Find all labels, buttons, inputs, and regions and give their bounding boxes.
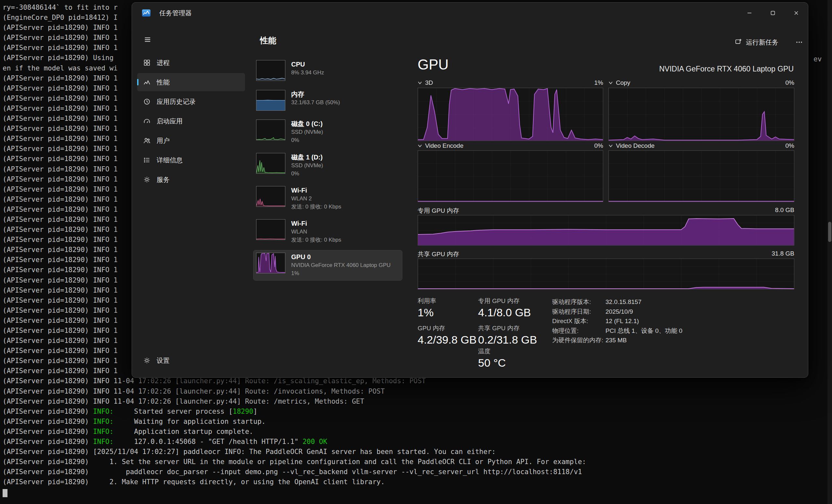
gpu-name: NVIDIA GeForce RTX 4060 Laptop GPU bbox=[659, 65, 794, 74]
perf-item-name: CPU bbox=[291, 60, 324, 68]
detail-reserved-memory: 为硬件保留的内存: 235 MB bbox=[552, 336, 794, 344]
nav-menu-button[interactable] bbox=[140, 32, 155, 47]
shared-memory-label: 共享 GPU 内存 bbox=[418, 250, 459, 258]
gpu0-sparkline bbox=[256, 253, 285, 274]
perf-item-name: Wi-Fi bbox=[291, 219, 341, 228]
processes-icon bbox=[143, 59, 151, 66]
sidebar-item-label: 启动应用 bbox=[157, 117, 183, 126]
maximize-button[interactable] bbox=[761, 3, 784, 23]
minimize-button[interactable] bbox=[738, 3, 761, 23]
close-button[interactable] bbox=[784, 3, 808, 23]
titlebar[interactable]: 任务管理器 bbox=[132, 3, 808, 23]
detail-driver-version: 驱动程序版本: 32.0.15.8157 bbox=[552, 298, 794, 306]
perf-item-sub: 0% bbox=[291, 136, 323, 144]
sidebar-item-services[interactable]: 服务 bbox=[137, 170, 245, 189]
perf-item-sub: 8% 3.94 GHz bbox=[291, 68, 324, 77]
cpu-sparkline bbox=[256, 60, 285, 81]
terminal-cursor bbox=[3, 489, 7, 497]
perf-item-sub: 发送: 0 接收: 0 Kbps bbox=[291, 236, 341, 244]
task-manager-window: 任务管理器 进程性能应用历史记录启动应用用户详细信息服务 设置 bbox=[132, 2, 808, 378]
detail-physical-location: 物理位置: PCI 总线 1、设备 0、功能 0 bbox=[552, 327, 794, 335]
perf-item-cpu[interactable]: CPU8% 3.94 GHz bbox=[254, 58, 402, 88]
stat-temperature: 温度 50 °C bbox=[478, 347, 506, 369]
perf-item-wifi[interactable]: Wi-FiWLAN发送: 0 接收: 0 Kbps bbox=[254, 217, 402, 247]
disk1-sparkline bbox=[256, 153, 285, 174]
screen: ry=-308486144` to fit into r(EngineCore_… bbox=[0, 0, 832, 504]
perf-item-sub: WLAN bbox=[291, 228, 341, 236]
stat-utilization: 利用率 1% bbox=[418, 297, 436, 319]
more-options-button[interactable] bbox=[791, 35, 807, 49]
detail-directx-version: DirectX 版本: 12 (FL 12.1) bbox=[552, 317, 794, 325]
perf-item-sub: 32.1/63.7 GB (50%) bbox=[291, 99, 340, 107]
chart-value-video-encode: 0% bbox=[594, 142, 603, 149]
history-icon bbox=[143, 98, 151, 106]
sidebar-item-performance[interactable]: 性能 bbox=[137, 73, 245, 91]
chevron-down-icon[interactable] bbox=[418, 144, 422, 147]
users-icon bbox=[143, 137, 151, 144]
perf-item-name: 内存 bbox=[291, 90, 340, 99]
chart-value-3d: 1% bbox=[594, 79, 603, 86]
gpu-video-encode-chart bbox=[418, 150, 603, 202]
chevron-down-icon[interactable] bbox=[608, 144, 613, 147]
perf-item-sub: WLAN 2 bbox=[291, 195, 341, 203]
gpu-3d-chart bbox=[418, 88, 603, 141]
task-manager-icon bbox=[142, 8, 151, 18]
chart-label-3d: 3D bbox=[425, 79, 433, 86]
dedicated-gpu-memory-chart bbox=[418, 215, 794, 246]
terminal-fragment: ev bbox=[813, 55, 822, 63]
chart-value-video-decode: 0% bbox=[785, 142, 794, 149]
chart-value-copy: 0% bbox=[785, 79, 794, 86]
terminal-scrollbar[interactable] bbox=[828, 0, 832, 504]
gpu-video-decode-chart bbox=[608, 150, 794, 202]
shared-memory-max: 31.8 GB bbox=[772, 250, 794, 258]
sidebar-item-label: 用户 bbox=[157, 136, 170, 145]
perf-item-sub: SSD (NVMe) bbox=[291, 161, 323, 169]
sidebar-item-startup-apps[interactable]: 启动应用 bbox=[137, 112, 245, 130]
services-icon bbox=[143, 176, 151, 184]
stat-dedicated-memory: 专用 GPU 内存 4.1/8.0 GB bbox=[478, 297, 531, 319]
gpu-panel-title: GPU bbox=[418, 56, 448, 73]
gpu-copy-chart bbox=[608, 88, 794, 141]
performance-list: CPU8% 3.94 GHz内存32.1/63.7 GB (50%)磁盘 0 (… bbox=[254, 23, 402, 377]
chart-label-video-decode: Video Decode bbox=[616, 142, 654, 149]
sidebar-item-settings[interactable]: 设置 bbox=[137, 352, 245, 369]
sidebar-item-app-history[interactable]: 应用历史记录 bbox=[137, 92, 245, 111]
stat-gpu-memory: GPU 内存 4.2/39.8 GB bbox=[418, 324, 476, 346]
sidebar-item-label: 服务 bbox=[157, 175, 170, 184]
scrollbar-thumb[interactable] bbox=[828, 222, 831, 242]
sidebar-item-details[interactable]: 详细信息 bbox=[137, 151, 245, 169]
performance-icon bbox=[143, 78, 151, 86]
sidebar-item-label: 详细信息 bbox=[157, 156, 183, 165]
perf-item-memory[interactable]: 内存32.1/63.7 GB (50%) bbox=[254, 88, 402, 117]
sidebar-item-processes[interactable]: 进程 bbox=[137, 54, 245, 72]
perf-item-disk1[interactable]: 磁盘 1 (D:)SSD (NVMe)0% bbox=[254, 151, 402, 180]
sidebar: 进程性能应用历史记录启动应用用户详细信息服务 设置 bbox=[132, 23, 250, 377]
run-new-task-button[interactable]: 运行新任务 bbox=[732, 35, 782, 49]
perf-item-name: 磁盘 1 (D:) bbox=[291, 153, 323, 161]
details-icon bbox=[143, 156, 151, 164]
chevron-down-icon[interactable] bbox=[418, 81, 422, 84]
chart-label-copy: Copy bbox=[616, 79, 630, 86]
sidebar-item-users[interactable]: 用户 bbox=[137, 132, 245, 150]
perf-item-gpu0[interactable]: GPU 0NVIDIA GeForce RTX 4060 Laptop GPU1… bbox=[254, 250, 402, 280]
gear-icon bbox=[143, 357, 151, 364]
sidebar-item-label: 设置 bbox=[157, 356, 170, 365]
chevron-down-icon[interactable] bbox=[608, 81, 613, 84]
selection-accent bbox=[137, 79, 138, 85]
perf-item-name: 磁盘 0 (C:) bbox=[291, 119, 323, 128]
startup-icon bbox=[143, 117, 151, 125]
sidebar-item-label: 进程 bbox=[157, 58, 170, 67]
chart-label-video-encode: Video Encode bbox=[425, 142, 464, 149]
stat-shared-memory: 共享 GPU 内存 0.2/31.8 GB bbox=[478, 324, 537, 346]
perf-item-sub: NVIDIA GeForce RTX 4060 Laptop GPU bbox=[291, 261, 391, 269]
window-title: 任务管理器 bbox=[159, 3, 192, 23]
perf-item-sub: 0% bbox=[291, 169, 323, 178]
perf-item-disk0[interactable]: 磁盘 0 (C:)SSD (NVMe)0% bbox=[254, 117, 402, 147]
shared-gpu-memory-chart bbox=[418, 258, 794, 289]
perf-item-sub: 发送: 0 接收: 0 Kbps bbox=[291, 203, 341, 211]
sidebar-item-label: 应用历史记录 bbox=[157, 97, 196, 106]
run-new-task-icon bbox=[735, 38, 742, 47]
perf-item-wifi2[interactable]: Wi-FiWLAN 2发送: 0 接收: 0 Kbps bbox=[254, 184, 402, 214]
perf-item-sub: SSD (NVMe) bbox=[291, 128, 323, 136]
perf-item-name: GPU 0 bbox=[291, 253, 391, 261]
